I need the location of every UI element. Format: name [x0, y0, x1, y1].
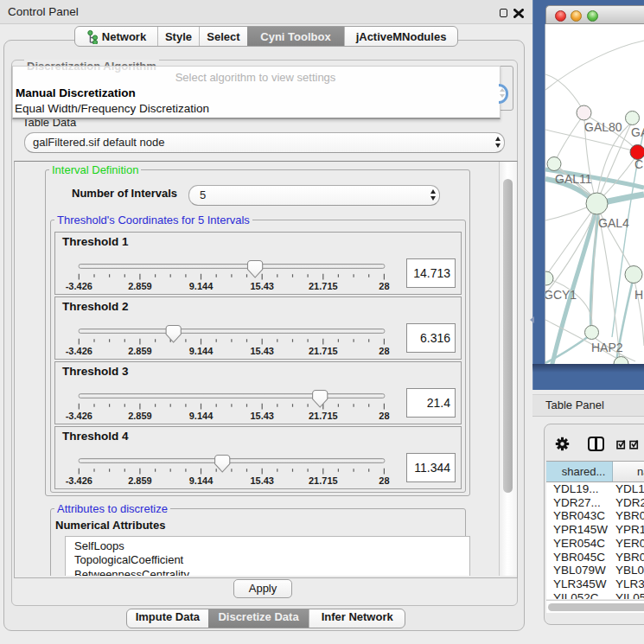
svg-text:9.144: 9.144 — [189, 475, 214, 486]
svg-text:2.859: 2.859 — [128, 346, 152, 356]
svg-text:28: 28 — [379, 281, 389, 291]
svg-text:15.43: 15.43 — [250, 346, 274, 356]
svg-text:28: 28 — [379, 346, 389, 356]
svg-text:15.43: 15.43 — [250, 281, 274, 291]
svg-text:GAL4: GAL4 — [598, 216, 629, 230]
svg-text:-3.426: -3.426 — [66, 411, 92, 421]
svg-text:28: 28 — [379, 475, 389, 486]
svg-text:21.715: 21.715 — [309, 346, 338, 356]
svg-text:GAL11: GAL11 — [555, 172, 592, 186]
svg-text:GAL80: GAL80 — [584, 120, 622, 134]
svg-text:H: H — [634, 288, 643, 302]
svg-text:HAP2: HAP2 — [591, 341, 623, 354]
svg-text:-3.426: -3.426 — [66, 346, 92, 356]
svg-text:9.144: 9.144 — [189, 281, 214, 291]
svg-text:-3.426: -3.426 — [66, 475, 92, 486]
svg-text:GCY1: GCY1 — [545, 288, 577, 302]
svg-text:2.859: 2.859 — [128, 475, 152, 486]
svg-text:9.144: 9.144 — [189, 346, 214, 356]
svg-text:15.43: 15.43 — [250, 411, 274, 421]
svg-text:21.715: 21.715 — [309, 411, 338, 421]
svg-text:2.859: 2.859 — [128, 281, 152, 291]
svg-text:21.715: 21.715 — [309, 281, 338, 291]
svg-text:GA: GA — [631, 125, 644, 139]
svg-text:C: C — [634, 157, 643, 171]
svg-text:15.43: 15.43 — [250, 475, 274, 486]
svg-text:2.859: 2.859 — [128, 411, 152, 421]
svg-text:28: 28 — [379, 411, 389, 421]
svg-text:9.144: 9.144 — [189, 411, 214, 421]
svg-text:-3.426: -3.426 — [66, 281, 92, 291]
svg-text:21.715: 21.715 — [309, 475, 338, 486]
